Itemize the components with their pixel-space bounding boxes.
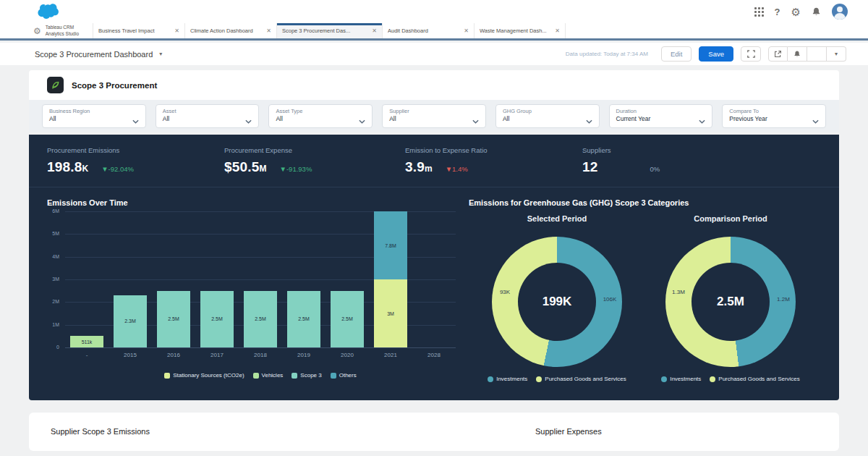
tab-waste-management-dash[interactable]: Waste Management Dash...✕ — [474, 23, 566, 38]
bar-value-label: 2.5M — [298, 316, 310, 321]
tab-label: Business Travel Impact — [98, 28, 171, 34]
bar-2018[interactable]: 2.5M — [244, 291, 277, 347]
bar-segment-scope-3[interactable]: 2.5M — [287, 291, 320, 347]
chevron-down-icon — [472, 114, 479, 127]
tab-scope-3-procurement-das[interactable]: Scope 3 Procurement Das...✕ — [276, 23, 382, 38]
bar-value-label: 2.3M — [124, 318, 136, 324]
legend-swatch — [536, 376, 542, 382]
legend-item-investments[interactable]: Investments — [488, 376, 527, 382]
bar-chart-legend: Stationary Sources (tCO2e)VehiclesScope … — [65, 372, 456, 379]
share-button[interactable] — [768, 46, 788, 62]
app-switcher[interactable]: ⚙ Tableau CRM Analytics Studio — [0, 23, 93, 38]
y-tick-label: 5M — [29, 231, 59, 236]
page-title: Scope 3 Procurement — [72, 81, 157, 90]
donut-1-legend: InvestmentsPurchased Goods and Services — [469, 376, 645, 382]
bar-segment-others[interactable]: 7.8M — [374, 211, 407, 279]
legend-label: Investments — [496, 376, 527, 382]
data-updated-text: Data updated: Today at 7:34 AM — [566, 51, 648, 57]
bar-segment-scope-3[interactable]: 2.5M — [200, 291, 234, 347]
bar-segment-stationary-sources-tco2e[interactable]: 3M — [374, 279, 407, 347]
filter-ghg-group[interactable]: GHG GroupAll — [495, 104, 600, 128]
filter-compare-to[interactable]: Compare ToPrevious Year — [722, 104, 826, 128]
setup-gear-icon[interactable]: ⚙ — [791, 7, 801, 17]
legend-swatch — [710, 376, 715, 382]
filter-business-region[interactable]: Business RegionAll — [42, 104, 146, 128]
donut-2-title: Comparison Period — [658, 214, 803, 223]
y-tick-label: 3M — [29, 276, 59, 282]
legend-label: Scope 3 — [300, 372, 321, 379]
bar-segment-scope-3[interactable]: 2.5M — [331, 291, 364, 347]
x-tick-label: 2021 — [369, 352, 412, 358]
chevron-down-icon — [359, 114, 365, 127]
x-tick-label: 2018 — [239, 352, 282, 358]
close-icon[interactable]: ✕ — [555, 28, 560, 34]
supplier-section-card: Supplier Scope 3 Emissions Supplier Expe… — [29, 413, 839, 451]
bar-2015[interactable]: 2.3M — [114, 295, 147, 347]
notifications-bell-icon[interactable] — [812, 7, 821, 17]
kpi-delta: ▼-92.04% — [101, 165, 134, 173]
save-button[interactable]: Save — [699, 46, 733, 62]
app-launcher-icon[interactable] — [754, 7, 764, 17]
bar-segment-scope-3[interactable]: 2.3M — [114, 295, 147, 347]
help-icon[interactable]: ? — [775, 7, 780, 17]
bar-2016[interactable]: 2.5M — [157, 291, 190, 347]
bar-2020[interactable]: 2.5M — [331, 291, 364, 347]
donut-center-value: 2.5M — [717, 295, 744, 309]
bar-2021[interactable]: 3M7.8M — [374, 211, 407, 347]
dashboard-title-menu[interactable]: Scope 3 Procurement Dashboard ▾ — [35, 50, 162, 59]
filter-duration[interactable]: DurationCurrent Year — [609, 104, 713, 128]
legend-item-vehicles[interactable]: Vehicles — [253, 372, 284, 379]
close-icon[interactable]: ✕ — [372, 28, 377, 34]
user-avatar[interactable] — [832, 4, 848, 20]
bar-2017[interactable]: 2.5M — [200, 291, 234, 347]
donut-comparison-period[interactable]: 2.5M1.2M1.3M — [665, 237, 796, 367]
legend-item-stationary-sources-tco2e[interactable]: Stationary Sources (tCO2e) — [164, 372, 244, 379]
bar-segment-scope-3[interactable]: 2.5M — [244, 291, 277, 347]
kpi-label: Emission to Expense Ratio — [405, 146, 582, 154]
gridline — [65, 347, 456, 348]
bar-[interactable]: 511k — [70, 336, 103, 347]
kpi-label: Procurement Emissions — [47, 146, 224, 154]
filter-value: All — [503, 115, 592, 123]
filter-label: Asset Type — [276, 108, 365, 115]
filter-supplier[interactable]: SupplierAll — [382, 104, 486, 128]
bar-segment-scope-3[interactable]: 2.5M — [157, 291, 190, 347]
close-icon[interactable]: ✕ — [174, 28, 179, 34]
close-icon[interactable]: ✕ — [266, 28, 271, 34]
donut-section-title: Emissions for Greenhouse Gas (GHG) Scope… — [469, 198, 689, 207]
legend-label: Investments — [670, 376, 701, 382]
chevron-down-icon — [245, 114, 252, 127]
chevron-down-icon — [586, 114, 592, 127]
edit-button[interactable]: Edit — [661, 46, 692, 62]
more-actions-button[interactable]: ▾ — [827, 46, 846, 62]
subscribe-button[interactable] — [788, 46, 807, 62]
legend-item-others[interactable]: Others — [331, 372, 357, 379]
filter-asset-type[interactable]: Asset TypeAll — [268, 104, 373, 128]
share-icon — [774, 50, 782, 58]
tab-business-travel-impact[interactable]: Business Travel Impact✕ — [93, 23, 184, 38]
donut-selected-period[interactable]: 199K106K93K — [492, 237, 622, 367]
expand-button[interactable] — [741, 46, 761, 62]
kpi-delta: 0% — [650, 165, 660, 173]
tab-climate-action-dashboard[interactable]: Climate Action Dashboard✕ — [184, 23, 276, 38]
legend-item-scope-3[interactable]: Scope 3 — [292, 372, 321, 379]
bar-2019[interactable]: 2.5M — [287, 291, 320, 347]
tab-audit-dashboard[interactable]: Audit Dashboard✕ — [382, 23, 474, 38]
chevron-down-icon — [699, 114, 705, 127]
kpi-value: $50.5 — [224, 159, 260, 175]
legend-item-investments[interactable]: Investments — [661, 376, 701, 382]
close-icon[interactable]: ✕ — [464, 28, 469, 34]
filter-value: Current Year — [616, 115, 706, 123]
salesforce-logo — [33, 3, 59, 20]
kpi-label: Suppliers — [582, 146, 799, 154]
spacer-button[interactable] — [807, 46, 827, 62]
y-tick-label: 0 — [29, 345, 59, 350]
legend-item-purchased-goods-and-services[interactable]: Purchased Goods and Services — [710, 376, 800, 382]
legend-item-purchased-goods-and-services[interactable]: Purchased Goods and Services — [536, 376, 626, 382]
legend-swatch — [164, 373, 170, 379]
kpi-delta: ▼-91.93% — [280, 165, 312, 173]
bell-icon — [793, 50, 801, 58]
legend-label: Purchased Goods and Services — [718, 376, 800, 382]
filter-asset[interactable]: AssetAll — [156, 104, 260, 128]
bar-segment-vehicles[interactable]: 511k — [70, 336, 103, 347]
